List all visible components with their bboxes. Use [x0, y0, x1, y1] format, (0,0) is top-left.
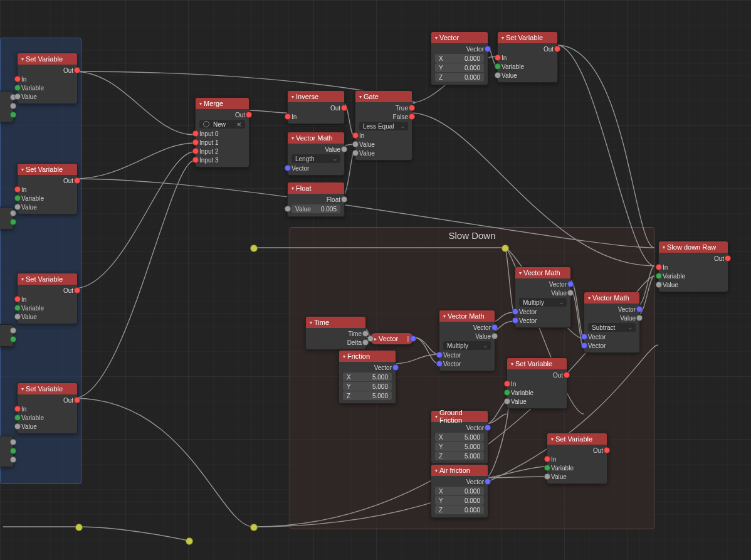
socket-value-out[interactable]: [567, 290, 574, 296]
socket-value[interactable]: [504, 398, 510, 404]
socket-in[interactable]: [544, 456, 550, 462]
gfriction-z-field[interactable]: Z5.000: [435, 452, 484, 460]
socket-vector-out[interactable]: [485, 478, 491, 485]
reroute-4[interactable]: [75, 524, 83, 531]
socket-value-out[interactable]: [636, 315, 643, 321]
node-header[interactable]: ▾Set Variable: [18, 164, 77, 175]
socket-out[interactable]: [74, 177, 80, 184]
socket-value[interactable]: [544, 473, 550, 480]
socket-vector1[interactable]: [512, 309, 518, 315]
node-setvariable-4[interactable]: ▾Set Variable Out In Variable Value: [17, 383, 78, 434]
socket-vector-out[interactable]: [491, 324, 498, 330]
gfriction-x-field[interactable]: X5.000: [435, 433, 484, 441]
node-header[interactable]: ▾Friction: [339, 351, 396, 362]
reroute-2[interactable]: [502, 245, 509, 252]
collapse-icon[interactable]: ▾: [291, 186, 294, 191]
vectormath-op-select[interactable]: Multiply⌵: [443, 341, 491, 350]
socket-value2[interactable]: [352, 150, 359, 156]
node-ground-friction[interactable]: ▾Ground Friction Vector X5.000 Y5.000 Z5…: [431, 410, 488, 464]
socket-value-in[interactable]: [285, 206, 291, 212]
socket-out[interactable]: [564, 372, 570, 378]
socket-vector-out[interactable]: [485, 46, 491, 52]
collapse-icon[interactable]: ▾: [502, 35, 504, 41]
collapse-icon[interactable]: ▾: [21, 386, 24, 392]
reroute-1[interactable]: [250, 245, 258, 252]
socket-value[interactable]: [14, 204, 21, 210]
socket-vector[interactable]: [285, 165, 291, 171]
socket-in[interactable]: [14, 76, 21, 82]
node-time[interactable]: ▾Time Time Delta: [305, 316, 366, 350]
node-setvariable-brown2[interactable]: ▾Set Variable Out In Variable Value: [547, 433, 607, 484]
node-header[interactable]: ▾Set Variable: [18, 383, 77, 394]
node-slowdown-raw[interactable]: ▾Slow down Raw Out In Variable Value: [658, 241, 728, 292]
socket-input0[interactable]: [192, 130, 199, 137]
collapse-icon[interactable]: ▾: [21, 56, 24, 62]
socket-out[interactable]: [74, 397, 80, 403]
socket-out[interactable]: [341, 105, 347, 111]
node-setvariable-1[interactable]: ▾Set Variable Out In Variable Value: [17, 53, 78, 104]
node-header[interactable]: ▾Air friction: [431, 465, 488, 476]
collapse-icon[interactable]: ▾: [199, 101, 202, 107]
socket-vector2[interactable]: [512, 317, 518, 324]
socket-vector-out[interactable]: [485, 425, 491, 431]
socket-in[interactable]: [14, 406, 21, 412]
collapse-icon[interactable]: ▾: [21, 277, 24, 282]
socket-out[interactable]: [246, 112, 252, 118]
float-value-field[interactable]: Value0.005: [291, 204, 340, 213]
node-header[interactable]: ▾Vector Math: [439, 310, 495, 322]
collapse-icon[interactable]: ▾: [435, 35, 438, 41]
socket-vector1[interactable]: [581, 334, 587, 340]
socket-in[interactable]: [14, 186, 21, 193]
reroute-5[interactable]: [186, 537, 193, 545]
collapse-icon[interactable]: ▾: [663, 245, 665, 250]
node-header[interactable]: ▾Gate: [355, 91, 412, 102]
socket-value1[interactable]: [352, 141, 359, 147]
collapse-icon[interactable]: ▾: [21, 167, 24, 172]
socket-value[interactable]: [14, 93, 21, 100]
socket-out[interactable]: [604, 447, 610, 453]
vectormath-op-select[interactable]: Length⌵: [291, 154, 340, 163]
socket-value[interactable]: [656, 282, 662, 288]
collapse-icon[interactable]: ▾: [310, 320, 312, 325]
afriction-y-field[interactable]: Y0.000: [435, 496, 484, 505]
node-header[interactable]: ▾Vector: [431, 32, 488, 43]
expand-icon[interactable]: ▸: [374, 336, 377, 342]
collapse-icon[interactable]: ▾: [435, 468, 438, 473]
node-air-friction[interactable]: ▾Air friction Vector X0.000 Y0.000 Z0.00…: [431, 464, 488, 518]
collapse-icon[interactable]: ▾: [359, 94, 362, 100]
node-setvariable-top[interactable]: ▾Set Variable Out In Variable Value: [497, 31, 558, 83]
socket-variable[interactable]: [14, 305, 21, 311]
gfriction-y-field[interactable]: Y5.000: [435, 442, 484, 451]
friction-x-field[interactable]: X5.000: [343, 372, 392, 381]
node-friction[interactable]: ▾Friction Vector X5.000 Y5.000 Z5.000: [339, 350, 396, 404]
node-header[interactable]: ▾Slow down Raw: [659, 241, 728, 253]
close-icon[interactable]: ✕: [236, 121, 241, 128]
socket-out[interactable]: [725, 255, 731, 262]
socket-out[interactable]: [74, 67, 80, 73]
node-header[interactable]: ▾Set Variable: [498, 32, 557, 43]
merge-new-button[interactable]: New✕: [199, 120, 245, 129]
socket-input3[interactable]: [192, 157, 199, 163]
node-vectormath-length[interactable]: ▾Vector Math Value Length⌵ Vector: [287, 132, 345, 176]
node-gate[interactable]: ▾Gate True False Less Equal⌵ In Value Va…: [355, 90, 412, 161]
socket-input1[interactable]: [192, 139, 199, 145]
socket-value[interactable]: [14, 423, 21, 430]
afriction-x-field[interactable]: X0.000: [435, 487, 484, 495]
node-inverse[interactable]: ▾Inverse Out In: [287, 90, 345, 124]
socket-in[interactable]: [367, 335, 374, 342]
collapse-icon[interactable]: ▾: [519, 270, 522, 276]
socket-false[interactable]: [409, 114, 415, 120]
collapse-icon[interactable]: ▾: [443, 314, 446, 319]
socket-out[interactable]: [554, 46, 560, 52]
socket-input2[interactable]: [192, 148, 199, 154]
socket-in[interactable]: [495, 55, 501, 61]
socket-in[interactable]: [504, 381, 510, 387]
socket-vector-out[interactable]: [392, 364, 399, 371]
friction-y-field[interactable]: Y5.000: [343, 382, 392, 391]
socket-vector-out[interactable]: [636, 306, 643, 312]
vector-y-field[interactable]: Y0.000: [435, 63, 484, 72]
socket-vector2[interactable]: [581, 342, 587, 349]
node-float[interactable]: ▾Float Float Value0.005: [287, 182, 345, 217]
collapse-icon[interactable]: ▾: [343, 354, 345, 359]
socket-variable[interactable]: [656, 273, 662, 279]
